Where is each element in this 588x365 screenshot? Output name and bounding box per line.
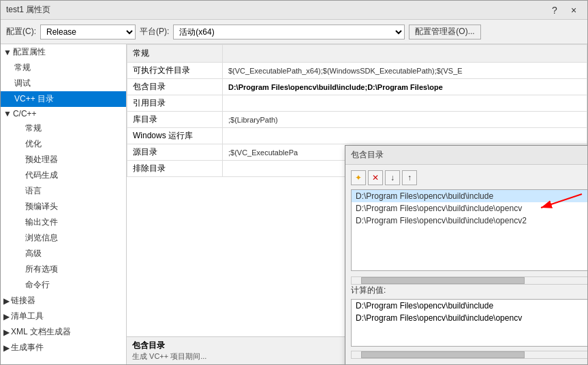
- config-label: 配置(C):: [6, 26, 36, 37]
- prop-label: 引用目录: [127, 95, 223, 112]
- config-select[interactable]: Release: [40, 25, 136, 39]
- sidebar-item-cpp-general[interactable]: 常规: [1, 121, 126, 136]
- prop-label: 可执行文件目录: [127, 63, 223, 79]
- computed-item: D:\Program Files\opencv\build\include: [352, 300, 587, 312]
- table-row: Windows 运行库: [127, 128, 587, 144]
- delete-item-button[interactable]: ✕: [368, 170, 383, 185]
- table-row: 包含目录 D:\Program Files\opencv\build\inclu…: [127, 79, 587, 95]
- listbox-hscrollbar[interactable]: [351, 276, 587, 285]
- computed-values-box: D:\Program Files\opencv\build\include D:…: [351, 299, 587, 347]
- computed-hscroll-thumb: [361, 351, 525, 358]
- sidebar: ▼ 配置属性 常规 调试 VC++ 目录 ▼ C/C++ 常规 优化 预处理器 …: [1, 44, 127, 364]
- platform-select[interactable]: 活动(x64): [173, 25, 405, 39]
- sidebar-item-general[interactable]: 常规: [1, 60, 126, 76]
- list-item[interactable]: D:\Program Files\opencv\build\include\op…: [352, 215, 587, 227]
- sidebar-item-linker[interactable]: ▶ 链接器: [1, 293, 126, 308]
- prop-label: 源目录: [127, 144, 223, 161]
- window-title: test1 属性页: [6, 4, 50, 16]
- dialog-title-text: 包含目录: [351, 149, 384, 161]
- config-manager-button[interactable]: 配置管理器(O)...: [409, 25, 480, 39]
- prop-label: Windows 运行库: [127, 128, 223, 144]
- list-item[interactable]: D:\Program Files\opencv\build\include: [352, 190, 587, 202]
- sidebar-item-xmldoc[interactable]: ▶ XML 文档生成器: [1, 324, 126, 340]
- prop-value: [223, 95, 587, 112]
- prop-label: 包含目录: [127, 79, 223, 95]
- platform-label: 平台(P):: [140, 26, 169, 37]
- sidebar-item-manifest[interactable]: ▶ 清单工具: [1, 308, 126, 324]
- sidebar-item-build-events[interactable]: ▶ 生成事件: [1, 340, 126, 355]
- sidebar-item-browse[interactable]: 浏览信息: [1, 230, 126, 246]
- move-down-button[interactable]: ↓: [385, 170, 400, 185]
- help-button[interactable]: ?: [546, 4, 563, 16]
- computed-label: 计算的值:: [351, 285, 587, 296]
- dialog-toolbar: ✦ ✕ ↓ ↑: [351, 170, 587, 185]
- sidebar-item-debug[interactable]: 调试: [1, 76, 126, 91]
- col-value: [223, 45, 587, 63]
- include-dirs-dialog: 包含目录 ? × ✦ ✕ ↓ ↑ D:: [345, 145, 587, 364]
- prop-label: 库目录: [127, 112, 223, 128]
- add-item-button[interactable]: ✦: [351, 170, 366, 185]
- computed-hscrollbar[interactable]: [351, 351, 587, 359]
- hscroll-thumb: [361, 277, 525, 284]
- include-dirs-listbox[interactable]: D:\Program Files\opencv\build\include D:…: [351, 189, 587, 271]
- move-up-button[interactable]: ↑: [402, 170, 417, 185]
- sidebar-item-config-properties[interactable]: ▼ 配置属性: [1, 44, 126, 60]
- prop-value: [223, 128, 587, 144]
- table-row: 引用目录: [127, 95, 587, 112]
- sidebar-item-codegen[interactable]: 代码生成: [1, 168, 126, 183]
- expand-icon-cpp: ▼: [3, 109, 12, 118]
- prop-label: 排除目录: [127, 161, 223, 177]
- table-row: 库目录 ;$(LibraryPath): [127, 112, 587, 128]
- content-area: ▼ 配置属性 常规 调试 VC++ 目录 ▼ C/C++ 常规 优化 预处理器 …: [1, 44, 587, 364]
- sidebar-item-output[interactable]: 输出文件: [1, 215, 126, 230]
- sidebar-item-cpp[interactable]: ▼ C/C++: [1, 107, 126, 121]
- dialog-body: ✦ ✕ ↓ ↑ D:\Program Files\opencv\build\in…: [345, 165, 587, 364]
- sidebar-item-vc-dirs[interactable]: VC++ 目录: [1, 91, 126, 107]
- dialog-title-bar: 包含目录 ? ×: [345, 146, 587, 165]
- col-property: 常规: [127, 45, 223, 63]
- prop-value: $(VC_ExecutablePath_x64);$(WindowsSDK_Ex…: [223, 63, 587, 79]
- sidebar-item-language[interactable]: 语言: [1, 183, 126, 199]
- title-bar: test1 属性页 ? ×: [1, 1, 587, 20]
- computed-item: D:\Program Files\opencv\build\include\op…: [352, 312, 587, 324]
- table-row: 可执行文件目录 $(VC_ExecutablePath_x64);$(Windo…: [127, 63, 587, 79]
- sidebar-item-preprocessor[interactable]: 预处理器: [1, 152, 126, 168]
- prop-value: D:\Program Files\opencv\build\include;D:…: [223, 79, 587, 95]
- list-item[interactable]: D:\Program Files\opencv\build\include\op…: [352, 202, 587, 215]
- sidebar-item-advanced[interactable]: 高级: [1, 246, 126, 261]
- sidebar-item-pch[interactable]: 预编译头: [1, 199, 126, 215]
- sidebar-item-cmdline[interactable]: 命令行: [1, 277, 126, 293]
- inherited-label: 继承的值:: [351, 363, 587, 364]
- prop-value: ;$(LibraryPath): [223, 112, 587, 128]
- sidebar-item-allopts[interactable]: 所有选项: [1, 261, 126, 277]
- toolbar: 配置(C): Release 平台(P): 活动(x64) 配置管理器(O)..…: [1, 20, 587, 44]
- sidebar-item-optimize[interactable]: 优化: [1, 136, 126, 152]
- close-button[interactable]: ×: [566, 4, 582, 16]
- main-window: test1 属性页 ? × 配置(C): Release 平台(P): 活动(x…: [0, 0, 588, 365]
- expand-icon: ▼: [3, 48, 12, 57]
- main-panel: 常规 可执行文件目录 $(VC_ExecutablePath_x64);$(Wi…: [127, 44, 587, 364]
